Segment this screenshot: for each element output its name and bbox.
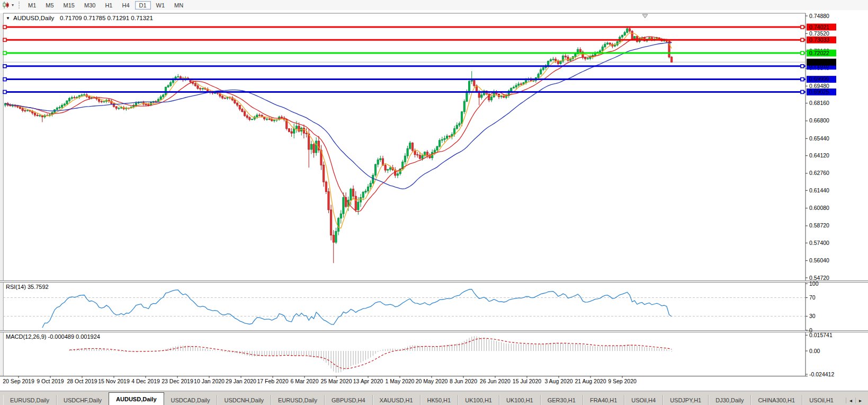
price-tick-label: 0.73520 xyxy=(809,30,829,37)
tab-scroll-right-icon[interactable]: ▸ xyxy=(855,398,865,403)
pivot-badge-label: 0.72022 xyxy=(809,50,829,56)
chart-tab-usdcad-daily[interactable]: USDCAD,Daily xyxy=(164,395,217,405)
chart-tab-uk100-h1[interactable]: UK100,H1 xyxy=(499,395,540,405)
timeframe-button-d1[interactable]: D1 xyxy=(135,1,151,10)
support-3-handle[interactable] xyxy=(3,90,6,93)
price-tick-label: 0.68160 xyxy=(809,100,829,106)
chart-tab-ger30-h1[interactable]: GER30,H1 xyxy=(540,395,583,405)
pivot-handle[interactable] xyxy=(801,51,804,55)
toolbar-grip[interactable] xyxy=(19,2,20,8)
candle-body xyxy=(306,133,307,134)
candle-body xyxy=(550,59,551,61)
candle-body xyxy=(377,160,379,164)
timeframe-button-mn[interactable]: MN xyxy=(170,1,187,10)
chart-tab-fra40-h1[interactable]: FRA40,H1 xyxy=(583,395,624,405)
candle-body xyxy=(227,98,228,98)
price-tick-label: 0.66800 xyxy=(809,117,829,124)
date-tick-label: 21 Aug 2020 xyxy=(575,378,606,384)
chart-tab-eurusd-daily[interactable]: EURUSD,Daily xyxy=(3,395,56,405)
candle-body xyxy=(542,68,544,70)
candle-body xyxy=(540,69,542,74)
candle-body xyxy=(177,77,179,77)
support-2-badge-label: 0.69999 xyxy=(809,76,829,82)
candle-body xyxy=(335,231,337,242)
resistance-1-handle[interactable] xyxy=(801,25,804,29)
header-collapse-icon[interactable]: ▼ xyxy=(6,16,10,21)
timeframe-button-m15[interactable]: M15 xyxy=(59,1,79,10)
candle-body xyxy=(273,120,275,121)
candle-body xyxy=(409,143,411,149)
support-1-handle[interactable] xyxy=(801,65,804,68)
support-2-handle[interactable] xyxy=(3,78,6,81)
candle-body xyxy=(463,101,465,112)
price-tick-label: 0.64120 xyxy=(809,152,829,159)
candle-body xyxy=(165,87,166,95)
timeframe-button-m1[interactable]: M1 xyxy=(24,1,40,10)
chart-tab-usoil-h4[interactable]: USOil,H4 xyxy=(624,395,663,405)
chart-tab-eurusd-daily[interactable]: EURUSD,Daily xyxy=(271,395,324,405)
chart-tab-hk50-h1[interactable]: HK50,H1 xyxy=(420,395,458,405)
chart-tab-dj30-daily[interactable]: DJ30,Daily xyxy=(708,395,750,405)
chart-tab-gbpusd-h4[interactable]: GBPUSD,H4 xyxy=(324,395,372,405)
resistance-2-handle[interactable] xyxy=(3,38,6,41)
chart-tab-usoil-h1[interactable]: USOil,H1 xyxy=(802,395,840,405)
timeframe-button-w1[interactable]: W1 xyxy=(152,1,169,10)
chart-tab-audusd-daily[interactable]: AUDUSD,Daily xyxy=(109,392,164,405)
timeframe-button-m30[interactable]: M30 xyxy=(80,1,100,10)
candle-body xyxy=(249,118,250,120)
candle-body xyxy=(565,56,566,57)
candle-body xyxy=(473,80,475,86)
timeframe-button-m5[interactable]: M5 xyxy=(41,1,58,10)
resistance-1-handle[interactable] xyxy=(3,25,6,29)
chart-canvas[interactable]: 0.748800.735200.721600.708400.694800.681… xyxy=(0,10,868,389)
macd-tick-label: 0.015741 xyxy=(809,332,833,338)
chart-tab-xauusd-h1[interactable]: XAUUSD,H1 xyxy=(372,395,420,405)
candle-body xyxy=(310,144,312,149)
timeframe-button-h4[interactable]: H4 xyxy=(118,1,133,10)
candle-body xyxy=(56,108,58,110)
candle-body xyxy=(478,92,480,98)
candle-body xyxy=(671,57,673,63)
pivot-handle[interactable] xyxy=(3,51,6,55)
candle-body xyxy=(604,44,606,47)
chart-tab-usdjpy-h1[interactable]: USDJPY,H1 xyxy=(663,395,708,405)
chart-tab-uk100-h1[interactable]: UK100,H1 xyxy=(458,395,499,405)
candle-body xyxy=(328,192,329,210)
candle-body xyxy=(200,89,201,89)
candle-body xyxy=(138,102,139,103)
candle-body xyxy=(609,43,611,45)
candle-body xyxy=(221,96,223,98)
chart-tab-usdcnh-daily[interactable]: USDCNH,Daily xyxy=(217,395,271,405)
candle-body xyxy=(538,74,539,78)
timeframe-button-h1[interactable]: H1 xyxy=(101,1,117,10)
chart-type-button[interactable]: ▾ xyxy=(0,1,16,10)
support-2-handle[interactable] xyxy=(801,78,804,81)
candle-body xyxy=(636,37,638,42)
candle-body xyxy=(417,155,418,155)
support-3-handle[interactable] xyxy=(801,90,804,93)
candle-body xyxy=(357,202,359,210)
date-tick-label: 10 Jan 2020 xyxy=(194,378,225,384)
candle-body xyxy=(352,189,354,196)
candle-body xyxy=(587,58,588,59)
price-tick-label: 0.61440 xyxy=(809,187,829,193)
tab-scroll-left-icon[interactable]: ◂ xyxy=(846,398,855,403)
candle-body xyxy=(518,84,520,85)
resistance-1-badge-label: 0.74021 xyxy=(809,24,829,30)
support-1-handle[interactable] xyxy=(3,65,6,68)
candle-body xyxy=(39,116,41,116)
candle-body xyxy=(256,115,258,117)
candle-body xyxy=(71,98,73,99)
candle-body xyxy=(429,156,431,158)
candle-body xyxy=(234,100,236,103)
resistance-2-handle[interactable] xyxy=(801,38,804,41)
candle-body xyxy=(419,155,420,159)
chart-tab-china300-h1[interactable]: CHINA300,H1 xyxy=(750,395,802,405)
candle-body xyxy=(61,105,63,108)
candle-body xyxy=(404,156,406,162)
candle-body xyxy=(387,170,389,170)
date-tick-label: 20 May 2020 xyxy=(416,378,448,384)
candle-body xyxy=(197,86,199,89)
candle-body xyxy=(244,112,245,116)
chart-tab-usdchf-daily[interactable]: USDCHF,Daily xyxy=(56,395,109,405)
